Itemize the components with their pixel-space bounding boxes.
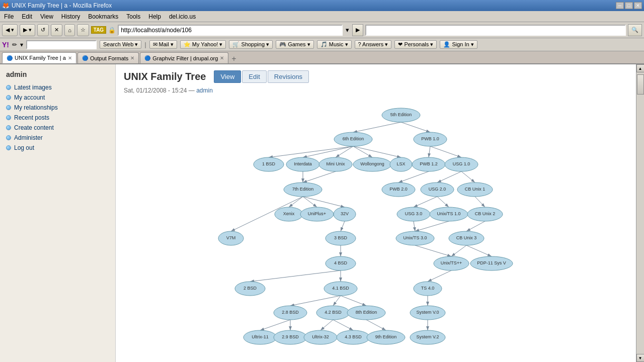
sidebar-item-latest-images[interactable]: Latest images: [0, 82, 115, 93]
yahoo-answers-button[interactable]: ? Answers ▾: [355, 40, 392, 49]
forward-button[interactable]: ▶ ▾: [20, 24, 35, 36]
reload-button[interactable]: ↺: [37, 24, 49, 36]
graph-node-xenix[interactable]: Xenix: [275, 207, 303, 221]
scroll-thumb[interactable]: [637, 74, 644, 95]
yahoo-personals-button[interactable]: ❤ Personals ▾: [394, 40, 437, 49]
graph-node-ultrix32[interactable]: Ultrix-32: [304, 330, 337, 344]
graph-node-pwb10[interactable]: PWB 1.0: [414, 132, 447, 146]
yahoo-myyahoo-button[interactable]: ⭐ My Yahoo! ▾: [180, 40, 226, 49]
minimize-button[interactable]: ─: [616, 2, 624, 9]
yahoo-games-button[interactable]: 🎮 Games ▾: [276, 40, 314, 49]
yahoo-edit-icon[interactable]: ✏: [12, 41, 17, 48]
yahoo-music-button[interactable]: 🎵 Music ▾: [317, 40, 352, 49]
menu-edit[interactable]: Edit: [18, 12, 36, 21]
back-button[interactable]: ◀ ▾: [2, 24, 18, 36]
address-input[interactable]: [118, 25, 342, 36]
graph-node-2_8bsd[interactable]: 2.8 BSD: [274, 306, 307, 320]
sidebar-item-account[interactable]: My account: [0, 93, 115, 103]
graph-node-usg20[interactable]: USG 2.0: [421, 183, 454, 197]
tab-unix-family-tree[interactable]: 🔵 UNIX Family Tree | a ✕: [2, 52, 76, 63]
graph-node-pdp11sysV[interactable]: PDP-11 Sys V: [470, 256, 513, 270]
tab-close-1[interactable]: ✕: [130, 55, 134, 61]
home-button[interactable]: ⌂: [64, 24, 75, 36]
scroll-down-button[interactable]: ▼: [636, 354, 645, 362]
svg-point-33: [334, 207, 356, 221]
menu-view[interactable]: View: [36, 12, 57, 21]
tab-graphviz[interactable]: 🔵 Graphviz Filter | drupal.org ✕: [140, 52, 228, 63]
graph-node-2_9bsd[interactable]: 2.9 BSD: [274, 330, 307, 344]
graph-node-4_2bsd[interactable]: 4.2 BSD: [316, 306, 350, 320]
sidebar-item-administer[interactable]: Administer: [0, 133, 115, 143]
graph-node-unixTSpp[interactable]: Unix/TS++: [434, 256, 469, 270]
graph-node-uniplus[interactable]: UniPlus+: [300, 207, 334, 221]
graph-node-cbUnix1[interactable]: CB Unix 1: [457, 183, 493, 197]
tab-revisions[interactable]: Revisions: [268, 70, 309, 83]
sidebar-item-relationships[interactable]: My relationships: [0, 103, 115, 113]
svg-point-71: [274, 330, 307, 344]
graph-node-v7m[interactable]: V7M: [218, 231, 244, 245]
post-author[interactable]: admin: [196, 87, 213, 94]
graph-node-lsx[interactable]: LSX: [390, 157, 412, 171]
menu-bar: File Edit View History Bookmarks Tools H…: [0, 11, 644, 22]
graph-node-wollongong[interactable]: Wollongong: [353, 157, 391, 171]
graph-node-3bsd[interactable]: 3 BSD: [326, 231, 356, 245]
maximize-button[interactable]: □: [625, 2, 633, 9]
menu-history[interactable]: History: [57, 12, 84, 21]
graph-node-1bsd[interactable]: 1 BSD: [254, 157, 284, 171]
graph-node-4_3bsd[interactable]: 4.3 BSD: [337, 330, 370, 344]
graph-node-unixts10[interactable]: Unix/TS 1.0: [430, 207, 468, 221]
graph-node-6th[interactable]: 6th Edition: [334, 132, 372, 146]
graph-node-cbUnix3[interactable]: CB Unix 3: [449, 231, 484, 245]
menu-tools[interactable]: Tools: [122, 12, 144, 21]
tab-edit[interactable]: Edit: [242, 70, 266, 83]
graph-node-8th[interactable]: 8th Edition: [347, 306, 385, 320]
graph-node-9th[interactable]: 9th Edition: [367, 330, 405, 344]
sidebar-item-recent-posts[interactable]: Recent posts: [0, 113, 115, 123]
stop-button[interactable]: ✕: [51, 24, 62, 36]
graph-node-ultrix11[interactable]: Ultrix-11: [244, 330, 277, 344]
sidebar-item-logout[interactable]: Log out: [0, 143, 115, 153]
yahoo-shopping-button[interactable]: 🛒 Shopping ▾: [229, 40, 273, 49]
title-bar-controls[interactable]: ─ □ ✕: [616, 2, 642, 9]
sidebar-item-create-content[interactable]: Create content: [0, 123, 115, 133]
bookmark-button[interactable]: ☆: [77, 24, 89, 36]
menu-file[interactable]: File: [0, 12, 18, 21]
graph-node-32v[interactable]: 32V: [334, 207, 356, 221]
graph-node-usg30[interactable]: USG 3.0: [397, 207, 430, 221]
graph-node-pwb20[interactable]: PWB 2.0: [382, 183, 415, 197]
tab-close-2[interactable]: ✕: [220, 55, 224, 61]
yahoo-search-button[interactable]: Search Web ▾: [100, 40, 141, 49]
yahoo-search-input[interactable]: [26, 40, 97, 49]
graph-node-systemV0[interactable]: System V.0: [410, 306, 445, 320]
graph-node-ts40[interactable]: TS 4.0: [414, 282, 442, 296]
graph-node-unixts30[interactable]: Unix/TS 3.0: [396, 231, 434, 245]
graph-node-4bsd[interactable]: 4 BSD: [326, 256, 356, 270]
graph-node-2bsd[interactable]: 2 BSD: [235, 282, 265, 296]
scroll-track[interactable]: [636, 72, 644, 354]
tab-close-0[interactable]: ✕: [68, 55, 72, 61]
yahoo-mail-button[interactable]: ✉ Mail ▾: [149, 40, 177, 49]
tag-button[interactable]: TAG: [91, 26, 106, 34]
menu-help[interactable]: Help: [144, 12, 165, 21]
graph-node-usg10[interactable]: USG 1.0: [445, 157, 478, 171]
graph-node-4_1bsd[interactable]: 4.1 BSD: [324, 282, 357, 296]
graph-node-cbUnix2[interactable]: CB Unix 2: [467, 207, 503, 221]
graph-node-pwb12[interactable]: PWB 1.2: [412, 157, 445, 171]
graph-node-7th[interactable]: 7th Edition: [284, 183, 322, 197]
graph-node-miniUnix[interactable]: Mini Unix: [319, 157, 352, 171]
menu-bookmarks[interactable]: Bookmarks: [84, 12, 122, 21]
graph-node-systemV2[interactable]: System V.2: [410, 330, 445, 344]
new-tab-button[interactable]: +: [231, 54, 236, 63]
search-go-button[interactable]: 🔍: [628, 24, 642, 36]
scroll-up-button[interactable]: ▲: [636, 64, 645, 72]
tab-view[interactable]: View: [214, 70, 241, 83]
menu-delicious[interactable]: del.icio.us: [165, 12, 200, 21]
dropdown-icon[interactable]: ▾: [345, 26, 350, 34]
graph-node-5th[interactable]: 5th Edition: [382, 108, 420, 122]
close-button[interactable]: ✕: [634, 2, 642, 9]
search-input[interactable]: [365, 25, 626, 36]
graph-node-interdata[interactable]: Interdata: [286, 157, 319, 171]
yahoo-signin-button[interactable]: 👤 Sign In ▾: [440, 40, 477, 49]
tab-output-formats[interactable]: 🔵 Output Formats ✕: [77, 52, 139, 63]
go-button[interactable]: ▶: [352, 24, 363, 36]
